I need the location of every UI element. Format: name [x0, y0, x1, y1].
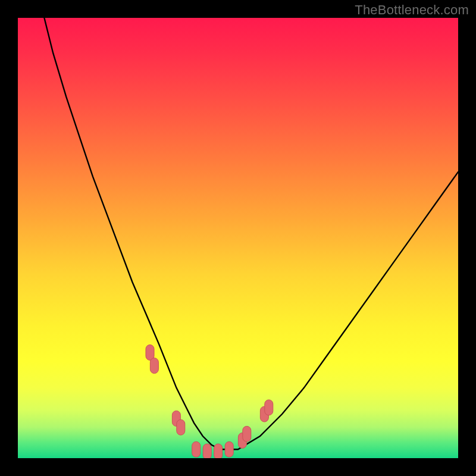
data-marker: [203, 444, 211, 458]
data-marker: [150, 358, 158, 374]
data-marker: [265, 400, 273, 415]
marker-group: [146, 345, 273, 458]
chart-frame: TheBottleneck.com: [0, 0, 476, 476]
data-marker: [243, 426, 251, 441]
plot-area: [18, 18, 458, 458]
data-marker: [192, 441, 201, 457]
bottleneck-curve-path: [44, 18, 458, 449]
data-marker: [146, 345, 154, 360]
watermark-text: TheBottleneck.com: [355, 2, 469, 18]
data-marker: [225, 441, 233, 457]
data-marker: [214, 444, 223, 458]
curve-layer: [18, 18, 458, 458]
data-marker: [177, 419, 185, 435]
